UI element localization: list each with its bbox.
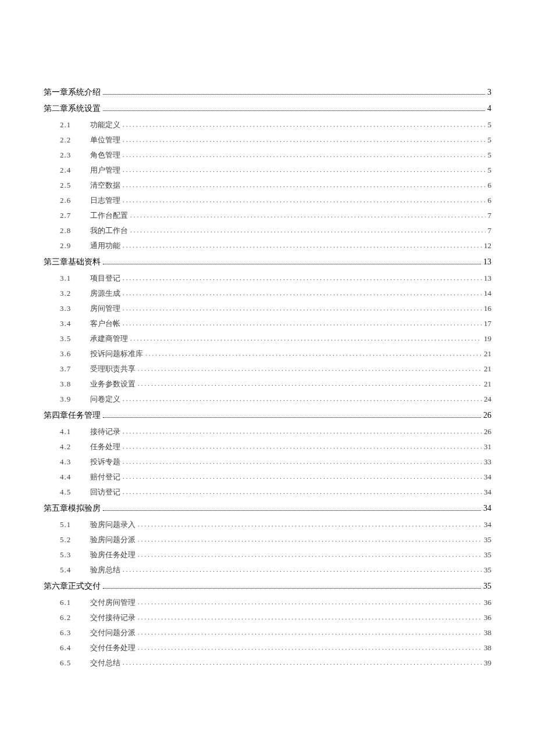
- toc-leader-dots: [138, 521, 482, 528]
- toc-sub-row[interactable]: 4.4赔付登记34: [44, 472, 491, 482]
- toc-sub-row[interactable]: 2.6日志管理6: [44, 195, 491, 206]
- toc-sub-row[interactable]: 5.2验房问题分派35: [44, 535, 491, 545]
- toc-sub-number: 5.4: [60, 565, 90, 575]
- toc-sub-row[interactable]: 2.9通用功能12: [44, 241, 491, 251]
- toc-leader-dots: [138, 629, 482, 636]
- toc-leader-dots: [103, 417, 481, 418]
- toc-sub-row[interactable]: 4.2任务处理31: [44, 442, 491, 452]
- toc-sub-row[interactable]: 3.2房源生成14: [44, 288, 491, 299]
- table-of-contents: 第一章系统介绍3第二章系统设置42.1功能定义52.2单位管理52.3角色管理5…: [44, 87, 491, 668]
- toc-page-number: 35: [484, 550, 491, 560]
- toc-chapter-row[interactable]: 第三章基础资料13: [44, 257, 491, 267]
- toc-sub-row[interactable]: 3.1项目登记13: [44, 273, 491, 284]
- toc-page-number: 6: [488, 196, 492, 205]
- toc-chapter-title: 第五章模拟验房: [44, 503, 101, 514]
- toc-sub-row[interactable]: 2.5清空数据6: [44, 180, 491, 191]
- toc-sub-number: 4.1: [60, 427, 90, 436]
- toc-chapter-title: 第一章系统介绍: [44, 87, 101, 98]
- toc-sub-row[interactable]: 3.3房间管理16: [44, 303, 491, 314]
- toc-sub-title: 工作台配置: [90, 210, 128, 221]
- toc-sub-row[interactable]: 3.6投诉问题标准库21: [44, 349, 491, 359]
- toc-page-number: 38: [484, 628, 491, 637]
- toc-sub-row[interactable]: 3.5承建商管理19: [44, 334, 491, 344]
- toc-page-number: 21: [484, 349, 491, 359]
- toc-sub-row[interactable]: 2.7工作台配置7: [44, 210, 491, 221]
- toc-sub-title: 单位管理: [90, 135, 120, 145]
- toc-leader-dots: [103, 588, 481, 589]
- toc-sub-row[interactable]: 2.3角色管理5: [44, 150, 491, 160]
- toc-page-number: 16: [484, 304, 491, 313]
- toc-leader-dots: [130, 227, 486, 234]
- toc-chapter-title: 第四章任务管理: [44, 410, 101, 421]
- toc-sub-number: 2.1: [60, 120, 90, 130]
- toc-leader-dots: [103, 510, 481, 511]
- toc-sub-row[interactable]: 4.1接待记录26: [44, 427, 491, 437]
- toc-sub-number: 2.5: [60, 181, 90, 190]
- toc-sub-row[interactable]: 5.1验房问题录入34: [44, 519, 491, 530]
- toc-sub-title: 验房问题分派: [90, 535, 135, 545]
- toc-chapter-row[interactable]: 第二章系统设置4: [44, 103, 491, 114]
- toc-leader-dots: [123, 181, 486, 188]
- toc-sub-number: 5.3: [60, 550, 90, 560]
- toc-sub-row[interactable]: 5.4验房总结35: [44, 565, 491, 575]
- toc-chapter-row[interactable]: 第四章任务管理26: [44, 410, 491, 421]
- toc-sub-row[interactable]: 3.9问卷定义24: [44, 394, 491, 404]
- toc-page-number: 35: [483, 582, 491, 591]
- toc-chapter-row[interactable]: 第六章正式交付35: [44, 581, 491, 592]
- toc-sub-row[interactable]: 3.8业务参数设置21: [44, 379, 491, 389]
- toc-leader-dots: [123, 320, 482, 327]
- toc-leader-dots: [123, 395, 482, 402]
- toc-sub-row[interactable]: 2.8我的工作台7: [44, 225, 491, 236]
- toc-sub-row[interactable]: 6.4交付任务处理38: [44, 643, 491, 653]
- toc-leader-dots: [145, 350, 482, 357]
- toc-sub-number: 4.2: [60, 442, 90, 452]
- toc-sub-title: 日志管理: [90, 195, 120, 206]
- toc-page-number: 36: [484, 598, 491, 607]
- toc-leader-dots: [123, 166, 486, 173]
- toc-sub-row[interactable]: 3.7受理职责共享21: [44, 364, 491, 374]
- toc-sub-row[interactable]: 4.5回访登记34: [44, 487, 491, 497]
- toc-sub-title: 受理职责共享: [90, 364, 135, 374]
- toc-leader-dots: [123, 274, 482, 281]
- toc-sub-row[interactable]: 6.2交付接待记录36: [44, 612, 491, 623]
- toc-sub-number: 4.5: [60, 488, 90, 497]
- toc-sub-number: 3.6: [60, 349, 90, 359]
- toc-leader-dots: [123, 443, 482, 450]
- toc-sub-row[interactable]: 3.4客户台帐17: [44, 318, 491, 329]
- toc-page-number: 34: [484, 472, 491, 482]
- toc-sub-title: 承建商管理: [90, 334, 128, 344]
- toc-sub-number: 2.6: [60, 196, 90, 205]
- toc-page-number: 35: [484, 535, 491, 544]
- toc-sub-number: 3.4: [60, 319, 90, 328]
- toc-leader-dots: [123, 304, 482, 311]
- toc-chapter-row[interactable]: 第一章系统介绍3: [44, 87, 491, 98]
- toc-sub-title: 房间管理: [90, 303, 120, 314]
- toc-sub-title: 项目登记: [90, 273, 120, 284]
- toc-sub-row[interactable]: 4.3投诉专题33: [44, 457, 491, 467]
- toc-sub-number: 2.4: [60, 166, 90, 175]
- toc-chapter-row[interactable]: 第五章模拟验房34: [44, 503, 491, 514]
- toc-sub-row[interactable]: 2.4用户管理5: [44, 165, 491, 175]
- toc-sub-row[interactable]: 6.1交付房间管理36: [44, 597, 491, 608]
- toc-sub-row[interactable]: 2.2单位管理5: [44, 135, 491, 145]
- toc-sub-title: 验房问题录入: [90, 519, 135, 530]
- toc-page-number: 34: [484, 488, 491, 497]
- toc-leader-dots: [123, 136, 486, 143]
- toc-page-number: 6: [488, 181, 492, 190]
- toc-sub-row[interactable]: 6.3交付问题分派38: [44, 628, 491, 638]
- toc-sub-number: 3.1: [60, 274, 90, 283]
- toc-sub-row[interactable]: 6.5交付总结39: [44, 658, 491, 668]
- toc-sub-row[interactable]: 2.1功能定义5: [44, 120, 491, 130]
- toc-sub-number: 2.7: [60, 211, 90, 220]
- toc-sub-number: 3.3: [60, 304, 90, 313]
- toc-page-number: 34: [484, 520, 491, 529]
- toc-sub-number: 6.3: [60, 628, 90, 637]
- toc-sub-number: 3.9: [60, 395, 90, 404]
- toc-page-number: 34: [483, 504, 491, 513]
- toc-sub-title: 我的工作台: [90, 225, 128, 236]
- toc-sub-row[interactable]: 5.3验房任务处理35: [44, 550, 491, 560]
- toc-page-number: 17: [484, 319, 491, 328]
- toc-page-number: 14: [484, 289, 491, 298]
- toc-sub-title: 问卷定义: [90, 394, 120, 404]
- toc-page-number: 24: [484, 395, 491, 404]
